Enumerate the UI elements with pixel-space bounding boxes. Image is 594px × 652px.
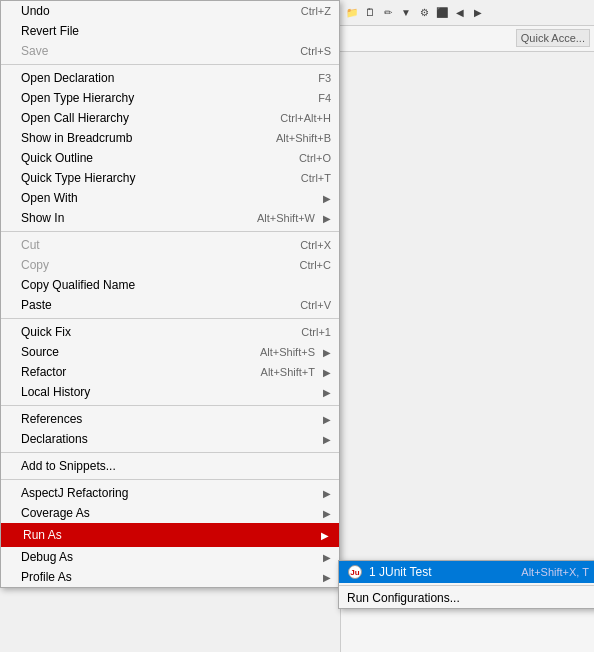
menu-separator-4 xyxy=(1,405,339,406)
menu-shortcut-cut: Ctrl+X xyxy=(300,239,331,251)
menu-label-show-in: Show In xyxy=(21,211,237,225)
menu-item-copy[interactable]: Copy Ctrl+C xyxy=(1,255,339,275)
menu-label-quick-fix: Quick Fix xyxy=(21,325,281,339)
menu-item-quick-outline[interactable]: Quick Outline Ctrl+O xyxy=(1,148,339,168)
menu-item-open-call[interactable]: Open Call Hierarchy Ctrl+Alt+H xyxy=(1,108,339,128)
submenu-label-junit: 1 JUnit Test xyxy=(369,565,521,579)
junit-icon: Ju xyxy=(347,564,363,580)
arrow-icon-debug-as: ▶ xyxy=(323,552,331,563)
run-as-submenu: Ju 1 JUnit Test Alt+Shift+X, T Run Confi… xyxy=(338,560,594,609)
menu-label-coverage: Coverage As xyxy=(21,506,315,520)
menu-label-profile-as: Profile As xyxy=(21,570,315,584)
menu-separator-5 xyxy=(1,452,339,453)
toolbar-icon-2[interactable]: 🗒 xyxy=(362,4,378,20)
arrow-icon-coverage: ▶ xyxy=(323,508,331,519)
menu-item-copy-qualified[interactable]: Copy Qualified Name xyxy=(1,275,339,295)
menu-label-revert: Revert File xyxy=(21,24,331,38)
menu-item-add-snippets[interactable]: Add to Snippets... xyxy=(1,456,339,476)
menu-item-source[interactable]: Source Alt+Shift+S ▶ xyxy=(1,342,339,362)
menu-separator-2 xyxy=(1,231,339,232)
menu-item-aspectj[interactable]: AspectJ Refactoring ▶ xyxy=(1,483,339,503)
toolbar-icon-5[interactable]: ⬛ xyxy=(434,4,450,20)
menu-item-open-type[interactable]: Open Type Hierarchy F4 xyxy=(1,88,339,108)
arrow-icon-aspectj: ▶ xyxy=(323,488,331,499)
menu-item-revert[interactable]: Revert File xyxy=(1,21,339,41)
menu-item-quick-fix[interactable]: Quick Fix Ctrl+1 xyxy=(1,322,339,342)
menu-item-open-decl[interactable]: Open Declaration F3 xyxy=(1,68,339,88)
arrow-icon-declarations: ▶ xyxy=(323,434,331,445)
menu-item-paste[interactable]: Paste Ctrl+V xyxy=(1,295,339,315)
menu-label-open-type: Open Type Hierarchy xyxy=(21,91,298,105)
toolbar-row1: 📁 🗒 ✏ ▼ ⚙ ⬛ ◀ ▶ xyxy=(340,0,594,26)
toolbar-icon-7[interactable]: ▶ xyxy=(470,4,486,20)
menu-separator-6 xyxy=(1,479,339,480)
toolbar-row2: Quick Acce... xyxy=(340,26,594,51)
menu-item-quick-type[interactable]: Quick Type Hierarchy Ctrl+T xyxy=(1,168,339,188)
menu-label-undo: Undo xyxy=(21,4,281,18)
menu-label-source: Source xyxy=(21,345,240,359)
menu-shortcut-refactor: Alt+Shift+T xyxy=(261,366,315,378)
menu-label-show-bread: Show in Breadcrumb xyxy=(21,131,256,145)
menu-label-add-snippets: Add to Snippets... xyxy=(21,459,331,473)
toolbar-icon-arrow[interactable]: ▼ xyxy=(398,4,414,20)
menu-shortcut-open-type: F4 xyxy=(318,92,331,104)
menu-shortcut-show-bread: Alt+Shift+B xyxy=(276,132,331,144)
menu-item-local-history[interactable]: Local History ▶ xyxy=(1,382,339,402)
menu-label-aspectj: AspectJ Refactoring xyxy=(21,486,315,500)
quick-access-label[interactable]: Quick Acce... xyxy=(516,29,590,47)
menu-shortcut-source: Alt+Shift+S xyxy=(260,346,315,358)
menu-label-refactor: Refactor xyxy=(21,365,241,379)
menu-label-open-with: Open With xyxy=(21,191,315,205)
menu-shortcut-show-in: Alt+Shift+W xyxy=(257,212,315,224)
context-menu: Undo Ctrl+Z Revert File Save Ctrl+S Open… xyxy=(0,0,340,588)
menu-item-show-in[interactable]: Show In Alt+Shift+W ▶ xyxy=(1,208,339,228)
menu-item-refactor[interactable]: Refactor Alt+Shift+T ▶ xyxy=(1,362,339,382)
menu-shortcut-quick-fix: Ctrl+1 xyxy=(301,326,331,338)
menu-label-open-decl: Open Declaration xyxy=(21,71,298,85)
submenu-item-run-configs[interactable]: Run Configurations... xyxy=(339,588,594,608)
toolbar-area: 📁 🗒 ✏ ▼ ⚙ ⬛ ◀ ▶ Quick Acce... xyxy=(340,0,594,52)
toolbar-icon-3[interactable]: ✏ xyxy=(380,4,396,20)
menu-separator-3 xyxy=(1,318,339,319)
menu-shortcut-save: Ctrl+S xyxy=(300,45,331,57)
arrow-icon-run-as: ▶ xyxy=(321,530,329,541)
menu-label-copy-qualified: Copy Qualified Name xyxy=(21,278,331,292)
menu-item-debug-as[interactable]: Debug As ▶ xyxy=(1,547,339,567)
submenu-item-junit[interactable]: Ju 1 JUnit Test Alt+Shift+X, T xyxy=(339,561,594,583)
menu-shortcut-paste: Ctrl+V xyxy=(300,299,331,311)
menu-separator-1 xyxy=(1,64,339,65)
menu-shortcut-copy: Ctrl+C xyxy=(300,259,331,271)
toolbar-icon-4[interactable]: ⚙ xyxy=(416,4,432,20)
arrow-icon-refactor: ▶ xyxy=(323,367,331,378)
menu-item-save[interactable]: Save Ctrl+S xyxy=(1,41,339,61)
menu-item-coverage[interactable]: Coverage As ▶ xyxy=(1,503,339,523)
menu-item-profile-as[interactable]: Profile As ▶ xyxy=(1,567,339,587)
menu-label-quick-type: Quick Type Hierarchy xyxy=(21,171,281,185)
toolbar-icon-6[interactable]: ◀ xyxy=(452,4,468,20)
menu-shortcut-open-decl: F3 xyxy=(318,72,331,84)
menu-shortcut-quick-type: Ctrl+T xyxy=(301,172,331,184)
arrow-icon-open-with: ▶ xyxy=(323,193,331,204)
menu-item-references[interactable]: References ▶ xyxy=(1,409,339,429)
menu-item-declarations[interactable]: Declarations ▶ xyxy=(1,429,339,449)
menu-label-copy: Copy xyxy=(21,258,280,272)
menu-label-debug-as: Debug As xyxy=(21,550,315,564)
menu-item-open-with[interactable]: Open With ▶ xyxy=(1,188,339,208)
menu-shortcut-open-call: Ctrl+Alt+H xyxy=(280,112,331,124)
arrow-icon-local-history: ▶ xyxy=(323,387,331,398)
menu-item-show-bread[interactable]: Show in Breadcrumb Alt+Shift+B xyxy=(1,128,339,148)
menu-label-save: Save xyxy=(21,44,280,58)
submenu-separator xyxy=(339,585,594,586)
arrow-icon-references: ▶ xyxy=(323,414,331,425)
menu-item-undo[interactable]: Undo Ctrl+Z xyxy=(1,1,339,21)
menu-item-cut[interactable]: Cut Ctrl+X xyxy=(1,235,339,255)
menu-label-quick-outline: Quick Outline xyxy=(21,151,279,165)
arrow-icon-profile-as: ▶ xyxy=(323,572,331,583)
submenu-shortcut-junit: Alt+Shift+X, T xyxy=(521,566,589,578)
menu-item-run-as[interactable]: Run As ▶ xyxy=(1,523,339,547)
menu-label-run-as: Run As xyxy=(23,528,313,542)
arrow-icon-show-in: ▶ xyxy=(323,213,331,224)
toolbar-icon-1[interactable]: 📁 xyxy=(344,4,360,20)
menu-label-declarations: Declarations xyxy=(21,432,315,446)
junit-badge: Ju xyxy=(348,565,362,579)
